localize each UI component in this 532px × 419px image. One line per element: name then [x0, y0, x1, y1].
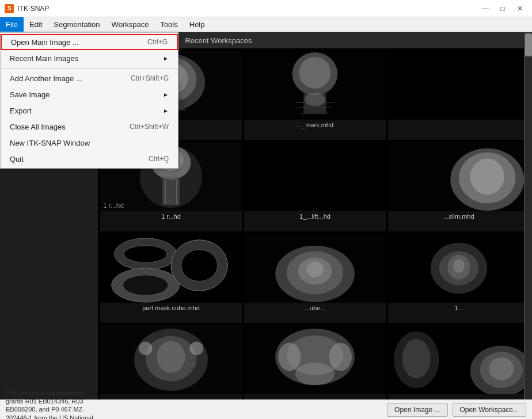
list-item[interactable]: part mask cube.mhd [100, 234, 242, 323]
menu-segmentation[interactable]: Segmentation [48, 17, 105, 32]
svg-point-50 [139, 342, 153, 356]
menu-bar: File Edit Segmentation Workspace Tools H… [0, 17, 532, 32]
list-item[interactable]: 1... [388, 234, 530, 323]
menu-item-shortcut: Ctrl+G [147, 38, 168, 46]
close-button[interactable]: ✕ [512, 3, 527, 14]
menu-item-label: Open Main Image ... [11, 38, 79, 47]
image-label: part mask cube.mhd [100, 303, 242, 313]
list-item[interactable]: ... [244, 325, 386, 399]
menu-close-all-images[interactable]: Close All Images Ctrl+Shift+W [1, 119, 178, 135]
title-bar-left: S ITK-SNAP [5, 4, 49, 13]
open-image-button[interactable]: Open Image ... [387, 403, 447, 417]
image-thumbnail [100, 234, 242, 303]
menu-separator-1 [1, 68, 178, 68]
menu-item-shortcut: Ctrl+Shift+G [131, 74, 169, 82]
image-thumbnail [244, 325, 386, 394]
menu-item-label: Export [10, 106, 32, 115]
submenu-arrow-icon: ► [163, 92, 169, 98]
svg-point-63 [402, 339, 431, 379]
svg-text:1 r...hd: 1 r...hd [103, 201, 124, 209]
image-label: 1... [388, 303, 530, 313]
svg-point-51 [189, 342, 203, 356]
svg-point-56 [329, 342, 352, 371]
minimize-button[interactable]: — [478, 3, 493, 14]
menu-tools[interactable]: Tools [154, 17, 183, 32]
open-workspace-button[interactable]: Open Workspace... [453, 403, 527, 417]
menu-item-label: New ITK-SNAP Window [10, 139, 90, 147]
image-label: ..._mark.mhd [244, 120, 386, 130]
tab-recent-workspaces[interactable]: Recent Workspaces [180, 34, 256, 48]
image-thumbnail [100, 325, 242, 394]
submenu-arrow-icon: ► [163, 55, 169, 62]
svg-rect-24 [244, 143, 386, 211]
image-label: 1_...lift...hd [244, 211, 386, 222]
image-label: ... [244, 394, 386, 399]
image-thumbnail [244, 142, 386, 211]
list-item[interactable]: ... [100, 325, 242, 399]
credits-info: This project is supported by grants R01 … [6, 389, 98, 419]
bottom-bar: This project is supported by grants R01 … [0, 399, 532, 419]
svg-point-33 [123, 275, 168, 295]
maximize-button[interactable]: □ [495, 3, 510, 14]
svg-rect-15 [388, 51, 530, 119]
svg-point-31 [124, 246, 167, 263]
image-thumbnail [388, 51, 530, 120]
image-label: ... [388, 394, 530, 399]
title-bar: S ITK-SNAP — □ ✕ [0, 0, 532, 17]
menu-item-label: Save Image [10, 90, 50, 99]
svg-point-40 [306, 261, 324, 277]
svg-point-11 [305, 93, 325, 106]
list-item[interactable]: ...slim.mhd [388, 142, 530, 231]
image-thumbnail [388, 325, 530, 394]
svg-point-45 [453, 259, 465, 273]
image-label: 1 r...hd [100, 211, 242, 222]
menu-item-label: Close All Images [10, 123, 66, 131]
menu-quit[interactable]: Quit Ctrl+Q [1, 151, 178, 167]
svg-point-28 [470, 159, 504, 195]
menu-workspace[interactable]: Workspace [106, 17, 155, 32]
menu-item-label: Add Another Image ... [10, 74, 82, 83]
menu-item-label: Recent Main Images [10, 54, 78, 63]
app-icon: S [5, 4, 14, 13]
image-label: ... [100, 394, 242, 399]
image-thumbnail [244, 234, 386, 303]
menu-item-shortcut: Ctrl+Shift+W [130, 123, 169, 131]
svg-point-9 [299, 57, 330, 89]
svg-point-61 [489, 357, 514, 380]
menu-recent-main-images[interactable]: Recent Main Images ► [1, 50, 178, 66]
menu-edit[interactable]: Edit [24, 17, 48, 32]
svg-point-35 [181, 250, 218, 281]
bottom-buttons: Open Image ... Open Workspace... [387, 403, 526, 417]
file-dropdown: Open Main Image ... Ctrl+G Recent Main I… [0, 32, 178, 169]
menu-export[interactable]: Export ► [1, 102, 178, 119]
image-label: ...slim.mhd [388, 211, 530, 222]
list-item[interactable] [388, 51, 530, 140]
image-label [388, 120, 530, 123]
scrollbar-thumb[interactable] [525, 33, 532, 56]
svg-point-49 [157, 341, 185, 373]
list-item[interactable]: ..._mark.mhd [244, 51, 386, 140]
image-thumbnail [388, 142, 530, 211]
svg-point-55 [278, 342, 301, 371]
menu-add-another-image[interactable]: Add Another Image ... Ctrl+Shift+G [1, 70, 178, 86]
image-thumbnail [244, 51, 386, 120]
menu-file[interactable]: File [0, 17, 24, 32]
menu-help[interactable]: Help [184, 17, 211, 32]
dropdown-menu-panel: Open Main Image ... Ctrl+G Recent Main I… [0, 32, 178, 169]
submenu-arrow-icon: ► [163, 108, 169, 114]
app-title: ITK-SNAP [17, 5, 49, 13]
list-item[interactable]: ...ube... [244, 234, 386, 323]
menu-open-main-image[interactable]: Open Main Image ... Ctrl+G [1, 34, 178, 50]
menu-new-window[interactable]: New ITK-SNAP Window [1, 135, 178, 151]
svg-point-57 [295, 363, 335, 385]
list-item[interactable]: 1_...lift...hd [244, 142, 386, 231]
menu-item-label: Quit [10, 155, 24, 163]
menu-item-shortcut: Ctrl+Q [149, 155, 169, 163]
menu-save-image[interactable]: Save Image ► [1, 86, 178, 102]
window-controls[interactable]: — □ ✕ [478, 3, 527, 14]
image-label: ...ube... [244, 303, 386, 313]
image-thumbnail [388, 234, 530, 303]
list-item[interactable]: ... [388, 325, 530, 399]
scrollbar[interactable] [524, 32, 532, 399]
